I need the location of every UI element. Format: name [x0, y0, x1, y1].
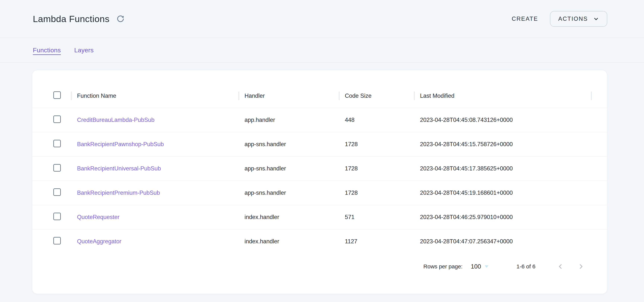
code-size-cell: 1728: [339, 165, 414, 172]
functions-table: Function Name Handler Code Size Last Mod…: [32, 84, 607, 276]
code-size-cell: 1728: [339, 141, 414, 148]
last-modified-cell: 2023-04-28T04:45:19.168601+0000: [414, 190, 592, 196]
select-caret-icon: [485, 265, 488, 268]
table-row: QuoteRequester index.handler 571 2023-04…: [32, 205, 607, 229]
tabs: FunctionsLayers: [0, 38, 644, 63]
row-checkbox[interactable]: [53, 164, 61, 172]
pagination: Rows per page: 100 1-6 of 6: [32, 257, 586, 276]
last-modified-cell: 2023-04-28T04:45:15.758726+0000: [414, 141, 592, 148]
handler-cell: app-sns.handler: [238, 141, 339, 148]
page-header: Lambda Functions CREATE ACTIONS: [0, 0, 644, 38]
code-size-cell: 571: [339, 214, 414, 221]
handler-cell: index.handler: [238, 214, 339, 221]
pagination-range-label: 1-6 of 6: [516, 263, 536, 270]
actions-button[interactable]: ACTIONS: [550, 11, 607, 27]
refresh-icon: [116, 15, 125, 23]
header-actions: CREATE ACTIONS: [512, 11, 607, 27]
column-header-code-size: Code Size: [339, 92, 414, 99]
code-size-cell: 1728: [339, 190, 414, 196]
select-all-checkbox[interactable]: [53, 91, 61, 99]
chevron-right-icon: [577, 263, 585, 270]
function-name-link[interactable]: CreditBureauLambda-PubSub: [77, 117, 154, 123]
table-row: BankRecipientUniversal-PubSub app-sns.ha…: [32, 156, 607, 181]
row-checkbox[interactable]: [53, 237, 61, 244]
last-modified-cell: 2023-04-28T04:46:25.979010+0000: [414, 214, 592, 221]
function-name-link[interactable]: BankRecipientPremium-PubSub: [77, 190, 160, 196]
function-name-link[interactable]: BankRecipientUniversal-PubSub: [77, 165, 161, 172]
handler-cell: app-sns.handler: [238, 165, 339, 172]
table-row: BankRecipientPremium-PubSub app-sns.hand…: [32, 181, 607, 205]
select-all-cell: [32, 91, 71, 100]
chevron-down-icon: [593, 16, 599, 22]
handler-cell: app.handler: [238, 117, 339, 123]
refresh-button[interactable]: [116, 15, 125, 23]
row-checkbox[interactable]: [53, 140, 61, 147]
last-modified-cell: 2023-04-28T04:45:08.743126+0000: [414, 117, 592, 123]
code-size-cell: 448: [339, 117, 414, 123]
previous-page-button[interactable]: [555, 261, 566, 272]
chevron-left-icon: [557, 263, 564, 270]
table-header-row: Function Name Handler Code Size Last Mod…: [32, 84, 607, 108]
table-body: CreditBureauLambda-PubSub app.handler 44…: [32, 108, 607, 253]
last-modified-cell: 2023-04-28T04:47:07.256347+0000: [414, 238, 592, 245]
table-row: QuoteAggregator index.handler 1127 2023-…: [32, 229, 607, 253]
table-row: CreditBureauLambda-PubSub app.handler 44…: [32, 108, 607, 132]
function-name-link[interactable]: QuoteRequester: [77, 214, 119, 220]
column-header-function-name: Function Name: [71, 92, 238, 99]
handler-cell: app-sns.handler: [238, 190, 339, 196]
next-page-button[interactable]: [575, 261, 586, 272]
function-name-link[interactable]: QuoteAggregator: [77, 238, 122, 245]
function-name-link[interactable]: BankRecipientPawnshop-PubSub: [77, 141, 164, 147]
table-row: BankRecipientPawnshop-PubSub app-sns.han…: [32, 132, 607, 156]
last-modified-cell: 2023-04-28T04:45:17.385625+0000: [414, 165, 592, 172]
column-header-handler: Handler: [238, 92, 339, 99]
functions-table-card: Function Name Handler Code Size Last Mod…: [32, 70, 607, 294]
row-checkbox[interactable]: [53, 213, 61, 220]
main-content: Function Name Handler Code Size Last Mod…: [0, 63, 644, 294]
rows-per-page-select[interactable]: 100: [471, 263, 488, 270]
column-header-last-modified: Last Modified: [414, 92, 592, 99]
tab-layers[interactable]: Layers: [74, 47, 94, 54]
row-checkbox[interactable]: [53, 115, 61, 123]
actions-button-label: ACTIONS: [558, 16, 588, 22]
code-size-cell: 1127: [339, 238, 414, 245]
page-title: Lambda Functions: [33, 14, 110, 24]
rows-per-page-value: 100: [471, 263, 481, 270]
create-button[interactable]: CREATE: [512, 16, 538, 22]
rows-per-page-label: Rows per page:: [423, 263, 462, 270]
tab-functions[interactable]: Functions: [33, 47, 61, 54]
row-checkbox[interactable]: [53, 188, 61, 196]
handler-cell: index.handler: [238, 238, 339, 245]
